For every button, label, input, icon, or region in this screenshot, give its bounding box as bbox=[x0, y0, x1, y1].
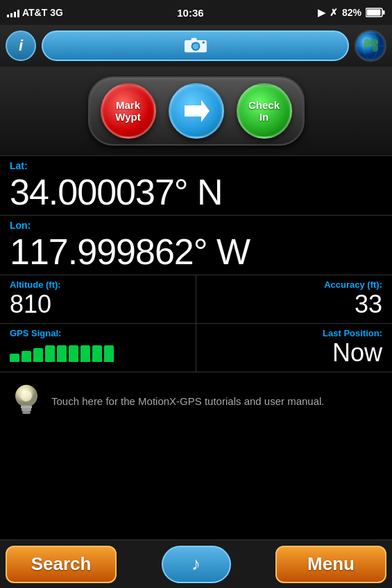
search-label: Search bbox=[31, 553, 92, 575]
time: 10:36 bbox=[177, 7, 203, 19]
altitude-accuracy-row: Altitude (ft): 810 Accuracy (ft): 33 bbox=[0, 275, 392, 323]
menu-button[interactable]: Menu bbox=[275, 546, 386, 583]
svg-rect-1 bbox=[382, 10, 384, 15]
svg-marker-15 bbox=[185, 100, 210, 122]
battery-percent: 82% bbox=[342, 7, 361, 18]
lat-value: 34.000037° N bbox=[10, 173, 382, 212]
status-right: ▶ ✗ 82% bbox=[318, 7, 385, 18]
search-button[interactable]: Search bbox=[6, 546, 117, 583]
camera-icon bbox=[185, 36, 207, 55]
accuracy-cell: Accuracy (ft): 33 bbox=[196, 275, 392, 323]
action-buttons: MarkWypt CheckIn bbox=[88, 76, 305, 146]
music-button[interactable]: ♪ bbox=[162, 546, 231, 583]
position-label: Last Position: bbox=[206, 328, 382, 338]
header: i bbox=[0, 25, 392, 67]
share-icon bbox=[182, 98, 211, 123]
music-icon: ♪ bbox=[191, 553, 201, 575]
svg-rect-18 bbox=[21, 406, 32, 408]
svg-rect-20 bbox=[22, 411, 31, 414]
bluetooth-icon: ✗ bbox=[330, 7, 338, 18]
altitude-value: 810 bbox=[10, 290, 186, 319]
position-value: Now bbox=[206, 338, 382, 368]
globe-icon bbox=[356, 31, 385, 60]
globe-button[interactable] bbox=[355, 30, 386, 62]
bottom-nav: Search ♪ Menu bbox=[0, 539, 392, 588]
battery-icon bbox=[366, 8, 385, 17]
camera-button[interactable] bbox=[42, 31, 349, 61]
accuracy-value: 33 bbox=[206, 290, 382, 319]
button-row: MarkWypt CheckIn bbox=[0, 67, 392, 155]
svg-point-5 bbox=[192, 43, 198, 49]
tutorial-row[interactable]: Touch here for the MotionX-GPS tutorials… bbox=[0, 372, 392, 429]
svg-point-7 bbox=[202, 42, 204, 44]
signal-bars bbox=[7, 8, 19, 17]
altitude-label: Altitude (ft): bbox=[10, 279, 186, 290]
lightbulb-icon bbox=[11, 382, 42, 420]
gps-data: Lat: 34.000037° N Lon: 117.999862° W Alt… bbox=[0, 155, 392, 372]
carrier: AT&T bbox=[22, 7, 47, 18]
network: 3G bbox=[50, 7, 63, 18]
svg-rect-2 bbox=[366, 10, 380, 16]
lon-value: 117.999862° W bbox=[10, 232, 382, 272]
lat-row: Lat: 34.000037° N bbox=[0, 155, 392, 215]
location-icon: ▶ bbox=[318, 7, 325, 18]
tutorial-text: Touch here for the MotionX-GPS tutorials… bbox=[51, 394, 325, 408]
svg-rect-19 bbox=[22, 408, 31, 411]
info-icon: i bbox=[19, 37, 23, 55]
lon-row: Lon: 117.999862° W bbox=[0, 215, 392, 275]
check-in-button[interactable]: CheckIn bbox=[237, 83, 292, 139]
mark-wypt-label: MarkWypt bbox=[115, 99, 140, 123]
svg-point-9 bbox=[364, 39, 370, 49]
signal-cell: GPS Signal: bbox=[0, 324, 196, 372]
signal-position-row: GPS Signal: Last Position: Now bbox=[0, 323, 392, 372]
svg-rect-6 bbox=[191, 38, 196, 42]
accuracy-label: Accuracy (ft): bbox=[206, 279, 382, 290]
lat-label: Lat: bbox=[10, 160, 382, 171]
status-bar: AT&T 3G 10:36 ▶ ✗ 82% bbox=[0, 0, 392, 25]
info-button[interactable]: i bbox=[6, 31, 36, 61]
svg-point-17 bbox=[21, 390, 32, 401]
signal-label: GPS Signal: bbox=[10, 328, 186, 338]
lon-label: Lon: bbox=[10, 220, 382, 231]
check-in-label: CheckIn bbox=[248, 99, 280, 123]
status-left: AT&T 3G bbox=[7, 7, 63, 18]
altitude-cell: Altitude (ft): 810 bbox=[0, 275, 196, 323]
mark-waypoint-button[interactable]: MarkWypt bbox=[101, 83, 156, 139]
share-button[interactable] bbox=[169, 83, 224, 139]
gps-signal-bars bbox=[10, 341, 186, 362]
position-cell: Last Position: Now bbox=[196, 324, 392, 372]
menu-label: Menu bbox=[307, 553, 355, 575]
